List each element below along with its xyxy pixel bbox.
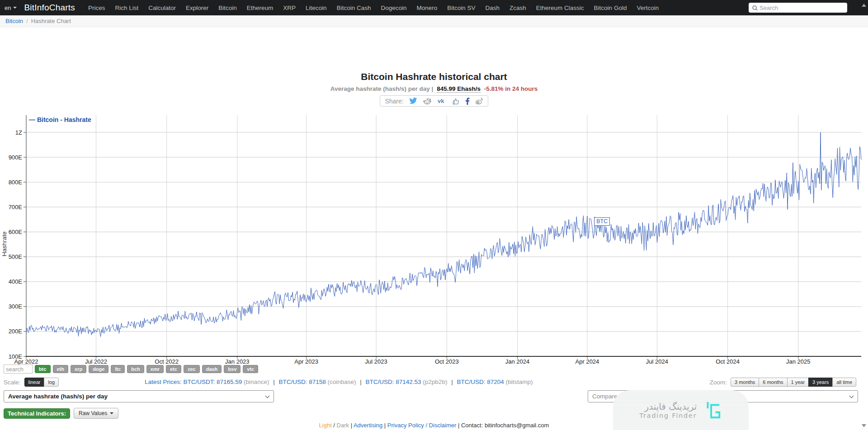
scale-log-button[interactable]: log (44, 378, 59, 387)
coin-search-input[interactable] (4, 365, 33, 374)
scrollbar-down-arrow-icon[interactable] (862, 424, 866, 427)
x-tick-label: Jul 2023 (365, 358, 387, 365)
coin-tag-btc[interactable]: btc (35, 365, 51, 373)
chart-legend[interactable]: — Bitcoin - Hashrate (29, 116, 91, 123)
y-axis-title: Hashrate (1, 232, 8, 257)
x-tick-label: Apr 2022 (14, 358, 38, 365)
footer-text: | (349, 422, 354, 429)
nav-item-dogecoin[interactable]: Dogecoin (376, 5, 411, 11)
nav-item-rich-list[interactable]: Rich List (110, 5, 143, 11)
x-tick-label: Apr 2024 (576, 358, 599, 365)
x-tick-label: Jan 2024 (505, 358, 530, 365)
coin-tag-bsv[interactable]: bsv (224, 365, 241, 373)
brand-logo[interactable]: BitInfoCharts (24, 3, 75, 13)
twitter-share-icon[interactable] (409, 97, 417, 105)
price-link--binance-[interactable]: BTC/USDT: 87165.59 (184, 379, 242, 385)
chevron-down-icon (849, 394, 854, 398)
raw-values-dropdown[interactable]: Raw Values (74, 408, 118, 419)
technical-indicators-button[interactable]: Technical Indicators: (4, 408, 70, 419)
breadcrumb-bitcoin-link[interactable]: Bitcoin (5, 18, 23, 24)
nav-item-bitcoin-cash[interactable]: Bitcoin Cash (332, 5, 376, 11)
breadcrumb-separator: / (26, 18, 28, 24)
share-box: Share: vk (380, 95, 488, 107)
breadcrumb: Bitcoin / Hashrate Chart (0, 15, 868, 27)
price-exchange--binance-: (binance) (242, 379, 269, 385)
x-tick-label: Jan 2025 (786, 358, 811, 365)
price-link--bitstamp-[interactable]: BTC/USD: 87204 (457, 379, 504, 385)
coin-tag-ltc[interactable]: ltc (111, 365, 125, 373)
nav-item-explorer[interactable]: Explorer (181, 5, 213, 11)
chart-subtitle: Average hashrate (hash/s) per day | 845.… (0, 85, 868, 92)
x-tick-label: Oct 2024 (716, 358, 740, 365)
x-tick-label: Jul 2022 (85, 358, 107, 365)
x-tick-label: Oct 2023 (435, 358, 459, 365)
coin-tag-zec[interactable]: zec (184, 365, 200, 373)
y-tick-label: 100E (9, 353, 23, 360)
metric-select[interactable]: Average hashrate (hash/s) per day (4, 390, 274, 402)
scale-row: Scale: linearlog (4, 378, 59, 387)
coin-tag-bch[interactable]: bch (127, 365, 144, 373)
coin-tag-etc[interactable]: etc (166, 365, 181, 373)
language-label: en (5, 5, 11, 11)
coin-tag-xrp[interactable]: xrp (71, 365, 86, 373)
search-input[interactable] (760, 5, 844, 11)
coin-tag-vtc[interactable]: vtc (243, 365, 258, 373)
vk-share-icon[interactable]: vk (437, 97, 447, 105)
footer-text: | Contact: bitinfocharts@gmail.com (456, 422, 549, 429)
nav-item-ethereum-classic[interactable]: Ethereum Classic (531, 5, 589, 11)
technical-indicators-row: Technical Indicators: Raw Values (4, 408, 118, 419)
nav-item-vertcoin[interactable]: Vertcoin (632, 5, 664, 11)
zoom-6-months-button[interactable]: 6 months (759, 378, 787, 387)
subtitle-metric-label: Average hashrate (hash/s) per day | (330, 85, 434, 92)
latest-prices-label[interactable]: Latest Prices: (145, 379, 184, 385)
coin-tag-doge[interactable]: doge (89, 365, 108, 373)
weibo-share-icon[interactable] (475, 97, 483, 105)
scale-linear-button[interactable]: linear (24, 378, 45, 387)
nav-item-calculator[interactable]: Calculator (143, 5, 181, 11)
nav-item-prices[interactable]: Prices (83, 5, 110, 11)
svg-text:vk: vk (438, 98, 444, 104)
facebook-share-icon[interactable] (465, 97, 470, 105)
page-scrollbar[interactable] (861, 0, 868, 430)
zoom-3-years-button[interactable]: 3 years (808, 378, 833, 387)
nav-search-box[interactable] (749, 3, 847, 13)
zoom-row: Zoom: 3 months6 months1 year3 yearsall t… (710, 378, 856, 387)
zoom-label: Zoom: (710, 379, 727, 386)
zoom-1-year-button[interactable]: 1 year (787, 378, 809, 387)
nav-item-bitcoin-gold[interactable]: Bitcoin Gold (589, 5, 632, 11)
coin-tag-xmr[interactable]: xmr (146, 365, 164, 373)
footer-link-dark[interactable]: Dark (337, 422, 349, 429)
zoom-3-months-button[interactable]: 3 months (731, 378, 759, 387)
reddit-share-icon[interactable] (423, 97, 432, 105)
price-exchange--bitstamp-: (bitstamp) (504, 379, 533, 385)
chevron-down-icon (265, 394, 270, 398)
language-dropdown[interactable]: en (0, 5, 20, 11)
y-tick-label: 300E (9, 303, 23, 310)
scrollbar-up-arrow-icon[interactable] (862, 4, 866, 7)
nav-item-monero[interactable]: Monero (411, 5, 442, 11)
btc-annotation-label[interactable]: BTC (594, 217, 610, 226)
nav-item-xrp[interactable]: XRP (278, 5, 301, 11)
nav-item-litecoin[interactable]: Litecoin (301, 5, 332, 11)
metric-select-value: Average hashrate (hash/s) per day (8, 393, 108, 400)
footer-link-advertising[interactable]: Advertising (354, 422, 382, 429)
price-link--p2pb2b-[interactable]: BTC/USD: 87142.53 (366, 379, 421, 385)
coin-tag-dash[interactable]: dash (202, 365, 222, 373)
current-hashrate-value: 845.99 Ehash/s (437, 85, 481, 93)
coin-tag-eth[interactable]: eth (53, 365, 69, 373)
price-exchange--p2pb2b-: (p2pb2b) (421, 379, 448, 385)
footer-link-privacy-policy-disclaimer[interactable]: Privacy Policy / Disclaimer (387, 422, 456, 429)
hashrate-chart[interactable]: 1Z900E800E700E600E500E400E300E200E100EAp… (0, 0, 868, 375)
nav-item-bitcoin[interactable]: Bitcoin (213, 5, 242, 11)
zoom-all-time-button[interactable]: all time (832, 378, 856, 387)
top-navigation-bar: en BitInfoCharts PricesRich ListCalculat… (0, 0, 868, 15)
nav-item-bitcoin-sv[interactable]: Bitcoin SV (442, 5, 480, 11)
trading-finder-watermark: تریدینگ فایندر Trading Finder (613, 390, 749, 430)
footer-link-light[interactable]: Light (319, 422, 332, 429)
nav-item-dash[interactable]: Dash (481, 5, 505, 11)
chevron-down-icon (110, 412, 113, 414)
nav-item-zcash[interactable]: Zcash (505, 5, 531, 11)
nav-item-ethereum[interactable]: Ethereum (242, 5, 278, 11)
price-link--coinbase-[interactable]: BTC/USD: 87158 (278, 379, 326, 385)
thumbs-up-share-icon[interactable] (453, 97, 460, 105)
